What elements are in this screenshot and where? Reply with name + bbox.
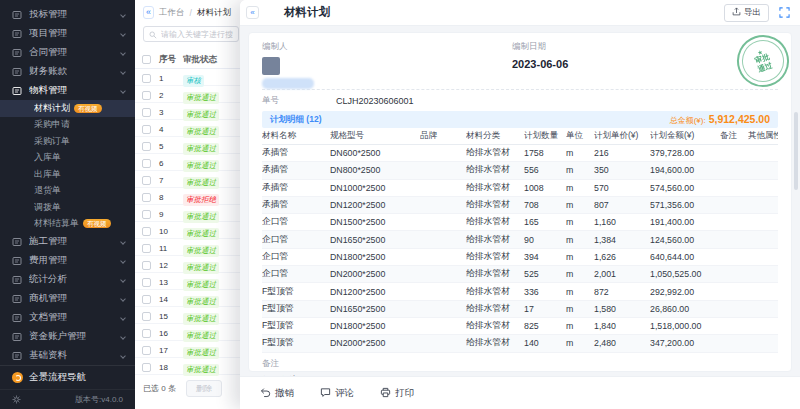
sidebar-item-bid[interactable]: 投标管理 (0, 5, 135, 24)
row-checkbox[interactable] (142, 142, 151, 151)
material-row[interactable]: F型顶管 DN1800*2500 给排水管材 825 m 1,840 1,518… (262, 318, 778, 335)
material-col-header-5: 单位 (566, 130, 594, 142)
select-all-checkbox[interactable] (142, 55, 151, 64)
sidebar-item-label: 施工管理 (29, 235, 67, 248)
collapse-sidebar-icon[interactable]: « (143, 6, 154, 19)
breadcrumb-root[interactable]: 工作台 (159, 7, 185, 19)
cell-spec: DN1000*2500 (330, 183, 420, 193)
row-status: 审批通过 (183, 86, 243, 104)
material-col-header-2: 品牌 (420, 130, 466, 142)
delete-button[interactable]: 删除 (186, 380, 222, 397)
material-row[interactable]: 承插管 DN800*2500 给排水管材 556 m 350 194,600.0… (262, 162, 778, 179)
order-field: 单号 CLJH20230606001 (262, 90, 778, 111)
sidebar-item-return[interactable]: 退货单 (0, 183, 135, 200)
gear-icon[interactable] (12, 395, 21, 404)
cell-category: 给排水管材 (466, 286, 524, 298)
cell-price: 2,480 (594, 338, 650, 348)
total-label: 总金额(¥): (670, 115, 706, 126)
material-row[interactable]: 企口管 DN1650*2500 给排水管材 90 m 1,384 124,560… (262, 231, 778, 248)
row-checkbox[interactable] (142, 91, 151, 100)
sidebar-item-document[interactable]: 文档管理 (0, 308, 135, 327)
expense-icon (12, 256, 22, 266)
chevron-down-icon (120, 315, 126, 321)
search-input[interactable] (161, 30, 233, 39)
sidebar-item-funds[interactable]: 资金账户管理 (0, 327, 135, 346)
drawer-scrollbar[interactable] (794, 112, 798, 190)
row-checkbox[interactable] (142, 261, 151, 270)
material-row[interactable]: 企口管 DN1500*2500 给排水管材 165 m 1,160 191,40… (262, 214, 778, 231)
sidebar-item-base-data[interactable]: 基础资料 (0, 346, 135, 365)
material-row[interactable]: F型顶管 DN1200*2500 给排水管材 336 m 872 292,992… (262, 283, 778, 300)
sidebar-item-inbound[interactable]: 入库单 (0, 150, 135, 167)
sidebar-item-material-settlement[interactable]: 材料结算单 有视频 (0, 216, 135, 233)
row-checkbox[interactable] (142, 329, 151, 338)
collapse-drawer-icon[interactable]: « (246, 6, 259, 19)
sidebar-item-material-plan[interactable]: 材料计划 有视频 (0, 100, 135, 117)
fullscreen-icon[interactable] (779, 7, 790, 18)
sidebar-item-construction[interactable]: 施工管理 (0, 232, 135, 251)
meta-row: 编制人 编制日期 2023-06-06 (262, 41, 778, 89)
sidebar-item-label: 统计分析 (29, 273, 67, 286)
sidebar-item-transfer[interactable]: 调拨单 (0, 199, 135, 216)
row-checkbox[interactable] (142, 278, 151, 287)
cell-unit: m (566, 165, 594, 175)
sidebar-item-purchase-order[interactable]: 采购订单 (0, 133, 135, 150)
row-checkbox[interactable] (142, 346, 151, 355)
search-box[interactable] (143, 26, 239, 42)
material-row[interactable]: 承插管 DN1200*2500 给排水管材 708 m 807 571,356.… (262, 197, 778, 214)
sidebar-item-project[interactable]: 项目管理 (0, 24, 135, 43)
row-checkbox[interactable] (142, 176, 151, 185)
sidebar: 投标管理 项目管理 合同管理 财务账款 物料管理 材料计划 有视频 (0, 0, 135, 409)
cell-name: 企口管 (262, 251, 330, 263)
material-row[interactable]: F型顶管 DN2000*2500 给排水管材 140 m 2,480 347,2… (262, 335, 778, 352)
sidebar-item-material[interactable]: 物料管理 (0, 81, 135, 100)
row-no: 12 (159, 261, 183, 270)
row-checkbox[interactable] (142, 227, 151, 236)
material-row[interactable]: 企口管 DN1800*2500 给排水管材 394 m 1,626 640,64… (262, 249, 778, 266)
cell-category: 给排水管材 (466, 199, 524, 211)
row-checkbox[interactable] (142, 244, 151, 253)
undo-button[interactable]: 撤销 (260, 387, 294, 400)
sidebar-item-process-nav[interactable]: 全景流程导航 (0, 365, 135, 389)
row-checkbox[interactable] (142, 295, 151, 304)
row-checkbox[interactable] (142, 193, 151, 202)
sidebar-item-expense[interactable]: 费用管理 (0, 251, 135, 270)
cell-price: 1,580 (594, 304, 650, 314)
cell-unit: m (566, 183, 594, 193)
material-row[interactable]: 企口管 DN2000*2500 给排水管材 525 m 2,001 1,050,… (262, 266, 778, 283)
row-checkbox[interactable] (142, 210, 151, 219)
cell-qty: 394 (524, 252, 566, 262)
row-status: 审核 (183, 69, 243, 87)
row-checkbox[interactable] (142, 108, 151, 117)
cell-amount: 1,050,525.00 (650, 269, 720, 279)
sidebar-item-label: 文档管理 (29, 311, 67, 324)
sidebar-item-purchase-request[interactable]: 采购申请 (0, 117, 135, 134)
sidebar-item-finance[interactable]: 财务账款 (0, 62, 135, 81)
material-col-header-3: 材料分类 (466, 130, 524, 142)
row-checkbox[interactable] (142, 312, 151, 321)
print-button[interactable]: 打印 (380, 387, 414, 400)
cell-price: 872 (594, 287, 650, 297)
material-col-header-0: 材料名称 (262, 130, 330, 142)
export-button[interactable]: 导出 (724, 4, 769, 22)
material-row[interactable]: 承插管 DN600*2500 给排水管材 1758 m 216 379,728.… (262, 145, 778, 162)
row-checkbox[interactable] (142, 125, 151, 134)
material-row[interactable]: 承插管 DN1000*2500 给排水管材 1008 m 570 574,560… (262, 180, 778, 197)
cell-qty: 140 (524, 338, 566, 348)
sidebar-item-label: 退货单 (34, 184, 61, 197)
sidebar-item-outbound[interactable]: 出库单 (0, 166, 135, 183)
row-checkbox[interactable] (142, 159, 151, 168)
sidebar-item-business[interactable]: 商机管理 (0, 289, 135, 308)
comment-icon (320, 387, 331, 400)
cell-name: F型顶管 (262, 303, 330, 315)
detail-drawer: « 材料计划 导出 ★ 审批通过 (240, 0, 800, 409)
creator-field: 编制人 (262, 41, 512, 89)
sidebar-item-contract[interactable]: 合同管理 (0, 43, 135, 62)
sidebar-item-statistics[interactable]: 统计分析 (0, 270, 135, 289)
row-checkbox[interactable] (142, 74, 151, 83)
material-row[interactable]: F型顶管 DN1650*2500 给排水管材 17 m 1,580 26,860… (262, 301, 778, 318)
drawer-header-actions: 导出 (724, 4, 790, 22)
seal-star-icon: ★ (757, 49, 764, 56)
row-checkbox[interactable] (142, 363, 151, 372)
comment-button[interactable]: 评论 (320, 387, 354, 400)
